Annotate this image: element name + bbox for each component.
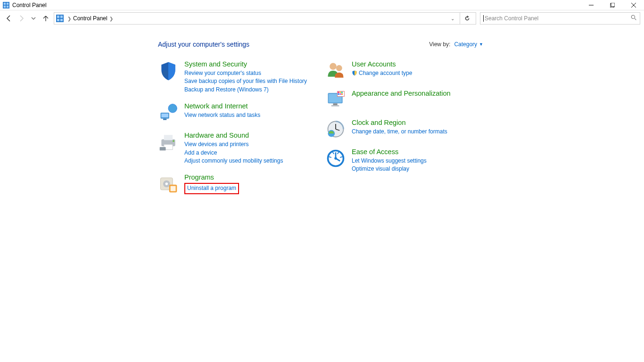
svg-point-34 xyxy=(336,65,342,71)
category-block: ProgramsUninstall a program xyxy=(158,173,316,194)
address-bar[interactable]: ❯ Control Panel ❯ ⌄ xyxy=(54,12,476,25)
ease-icon xyxy=(325,148,346,169)
breadcrumb-separator[interactable]: ❯ xyxy=(109,16,113,21)
category-link[interactable]: Let Windows suggest settings xyxy=(352,157,427,165)
category-title[interactable]: Appearance and Personalization xyxy=(352,90,451,97)
svg-rect-42 xyxy=(341,92,343,93)
network-icon xyxy=(158,102,179,123)
svg-rect-43 xyxy=(338,93,339,95)
users-icon xyxy=(325,60,346,81)
uac-shield-icon xyxy=(352,70,357,76)
svg-rect-22 xyxy=(163,119,166,120)
text-cursor xyxy=(483,15,484,22)
category-block: Clock and RegionChange date, time, or nu… xyxy=(325,119,483,140)
svg-line-16 xyxy=(635,18,636,20)
svg-rect-7 xyxy=(611,3,615,7)
svg-rect-2 xyxy=(7,2,8,4)
category-link[interactable]: View network status and tasks xyxy=(184,111,260,119)
svg-point-30 xyxy=(165,183,168,186)
svg-rect-11 xyxy=(57,16,59,18)
svg-rect-4 xyxy=(7,5,8,7)
category-title[interactable]: Clock and Region xyxy=(352,119,447,126)
category-link[interactable]: Adjust commonly used mobility settings xyxy=(184,157,283,165)
category-block: Appearance and Personalization xyxy=(325,90,483,110)
address-dropdown-button[interactable]: ⌄ xyxy=(447,16,458,21)
clock-icon xyxy=(325,119,346,140)
category-link[interactable]: Review your computer's status xyxy=(184,69,307,77)
search-input[interactable] xyxy=(485,15,631,22)
category-block: User AccountsChange account type xyxy=(325,60,483,81)
search-box[interactable] xyxy=(480,12,640,25)
category-column-left: System and SecurityReview your computer'… xyxy=(158,60,316,203)
appearance-icon xyxy=(325,90,346,110)
category-link[interactable]: Change account type xyxy=(352,69,412,77)
printer-icon xyxy=(158,132,179,152)
svg-rect-3 xyxy=(4,5,6,7)
category-title[interactable]: System and Security xyxy=(184,60,307,68)
category-link[interactable]: Uninstall a program xyxy=(184,183,239,194)
programs-icon xyxy=(158,173,179,194)
category-link[interactable]: Backup and Restore (Windows 7) xyxy=(184,86,307,94)
svg-rect-32 xyxy=(171,186,176,191)
svg-rect-44 xyxy=(339,93,341,95)
category-title[interactable]: User Accounts xyxy=(352,60,412,68)
recent-locations-button[interactable] xyxy=(28,13,39,24)
svg-rect-37 xyxy=(333,103,338,105)
minimize-button[interactable] xyxy=(580,0,602,10)
breadcrumb-separator[interactable]: ❯ xyxy=(67,16,71,21)
view-by-value[interactable]: Category xyxy=(454,41,477,48)
svg-rect-12 xyxy=(60,16,63,18)
svg-rect-1 xyxy=(4,2,6,4)
shield-icon xyxy=(158,60,179,81)
svg-point-15 xyxy=(631,15,635,18)
view-by-label: View by: xyxy=(429,41,450,48)
category-block: Network and InternetView network status … xyxy=(158,102,316,123)
category-link[interactable]: View devices and printers xyxy=(184,140,283,148)
category-block: Ease of AccessLet Windows suggest settin… xyxy=(325,148,483,173)
svg-rect-27 xyxy=(160,147,166,150)
svg-rect-40 xyxy=(338,92,339,93)
refresh-button[interactable] xyxy=(460,13,474,24)
address-bar-row: ❯ Control Panel ❯ ⌄ xyxy=(0,10,644,26)
category-block: Hardware and SoundView devices and print… xyxy=(158,132,316,165)
category-link[interactable]: Optimize visual display xyxy=(352,165,427,173)
svg-rect-14 xyxy=(60,19,63,21)
control-panel-icon xyxy=(3,2,9,8)
category-title[interactable]: Programs xyxy=(184,173,239,181)
category-title[interactable]: Hardware and Sound xyxy=(184,132,283,139)
svg-point-17 xyxy=(162,70,168,76)
svg-rect-38 xyxy=(331,105,339,107)
svg-rect-21 xyxy=(161,114,168,117)
forward-button[interactable] xyxy=(16,13,26,24)
control-panel-icon xyxy=(56,15,64,22)
category-block: System and SecurityReview your computer'… xyxy=(158,60,316,94)
window-title: Control Panel xyxy=(12,2,47,8)
content-area: Adjust your computer's settings View by:… xyxy=(0,26,644,203)
svg-point-26 xyxy=(173,140,174,142)
page-title: Adjust your computer's settings xyxy=(158,41,249,48)
svg-point-33 xyxy=(330,63,337,70)
category-link[interactable]: Save backup copies of your files with Fi… xyxy=(184,77,307,85)
up-button[interactable] xyxy=(41,13,51,24)
svg-line-54 xyxy=(336,158,340,161)
category-title[interactable]: Ease of Access xyxy=(352,148,427,156)
svg-rect-41 xyxy=(339,92,341,93)
view-by-selector[interactable]: View by: Category ▼ xyxy=(429,41,483,48)
category-link[interactable]: Add a device xyxy=(184,149,283,157)
svg-rect-24 xyxy=(164,135,173,140)
breadcrumb-root[interactable]: Control Panel xyxy=(73,15,107,22)
svg-rect-45 xyxy=(341,93,343,95)
chevron-down-icon[interactable]: ▼ xyxy=(479,42,483,47)
search-icon[interactable] xyxy=(631,15,637,22)
category-link[interactable]: Change date, time, or number formats xyxy=(352,128,447,136)
back-button[interactable] xyxy=(4,13,14,24)
svg-rect-13 xyxy=(57,19,59,21)
close-button[interactable] xyxy=(623,0,644,10)
category-column-right: User AccountsChange account typeAppearan… xyxy=(325,60,483,203)
maximize-button[interactable] xyxy=(602,0,623,10)
title-bar: Control Panel xyxy=(0,0,644,10)
category-title[interactable]: Network and Internet xyxy=(184,102,260,110)
